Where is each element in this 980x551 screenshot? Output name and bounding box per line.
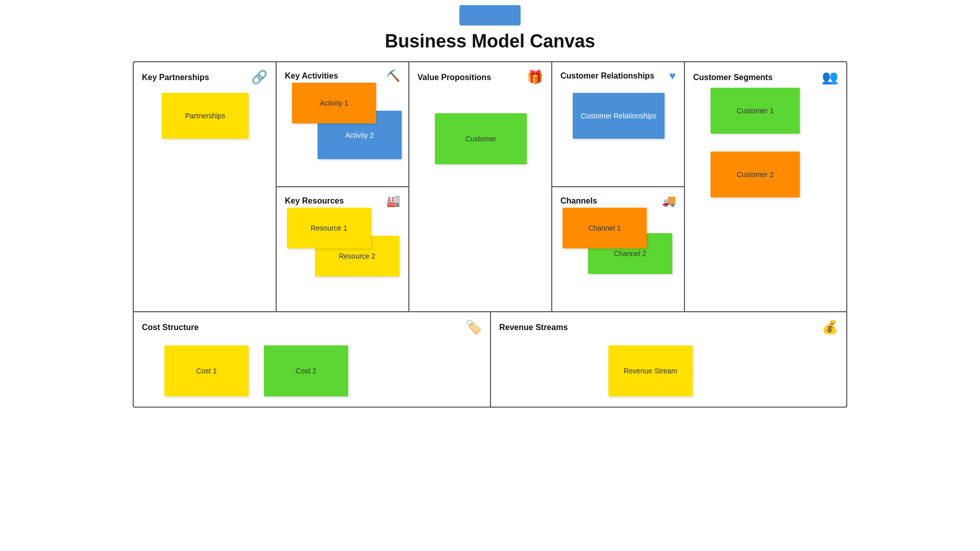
sticky-resource1[interactable]: Resource 1 xyxy=(287,208,371,248)
sticky-cost2[interactable]: Cost 2 xyxy=(264,345,348,396)
sticky-customer-vp-label: Customer xyxy=(465,135,497,143)
revenue-icon: 💰 xyxy=(822,319,838,335)
sticky-revenue-label: Revenue Stream xyxy=(624,367,677,375)
sticky-cr-label: Customer Relationships xyxy=(581,112,657,120)
sticky-customer-vp[interactable]: Customer xyxy=(435,113,527,164)
cell-value-header: Value Propositions 🎁 xyxy=(418,69,543,85)
cell-activities-header: Key Activities ⛏️ xyxy=(285,69,400,83)
channels-icon: 🚚 xyxy=(662,194,676,208)
cell-channels: Channels 🚚 Channel 1 Channel 2 xyxy=(552,187,684,311)
cell-resources-title: Key Resources xyxy=(285,196,344,206)
cell-cost-title: Cost Structure xyxy=(142,323,199,332)
sticky-activity1-label: Activity 1 xyxy=(320,99,348,107)
cell-cost-header: Cost Structure 🏷️ xyxy=(142,319,482,335)
activities-icon: ⛏️ xyxy=(386,69,400,83)
cr-icon: ♥ xyxy=(669,69,676,83)
partnerships-icon: 🔗 xyxy=(251,69,267,85)
cell-revenue-header: Revenue Streams 💰 xyxy=(499,319,838,335)
sticky-activity1[interactable]: Activity 1 xyxy=(292,83,376,123)
cell-partnerships-header: Key Partnerships 🔗 xyxy=(142,69,267,85)
cost-icon: 🏷️ xyxy=(465,319,482,335)
logo-bar xyxy=(459,5,521,26)
resources-icon: 🏭 xyxy=(386,194,400,208)
sticky-partnerships-label: Partnerships xyxy=(185,112,226,120)
cell-cr-title: Customer Relationships xyxy=(560,71,654,81)
sticky-customer2-label: Customer 2 xyxy=(737,170,773,179)
cell-partnerships-title: Key Partnerships xyxy=(142,73,209,82)
sticky-cr[interactable]: Customer Relationships xyxy=(573,93,665,139)
cell-segments: Customer Segments 👥 Customer 1 Customer … xyxy=(685,62,846,311)
sticky-channel2-label: Channel 2 xyxy=(614,249,647,258)
cell-value: Value Propositions 🎁 Customer xyxy=(409,62,552,311)
cell-revenue-title: Revenue Streams xyxy=(499,323,568,332)
cell-cr-header: Customer Relationships ♥ xyxy=(560,69,676,83)
cell-activities-title: Key Activities xyxy=(285,71,338,81)
sticky-resource2-label: Resource 2 xyxy=(339,252,376,260)
cell-segments-header: Customer Segments 👥 xyxy=(693,69,838,85)
sticky-customer1[interactable]: Customer 1 xyxy=(710,88,800,134)
cell-value-title: Value Propositions xyxy=(418,73,491,82)
cell-resources-header: Key Resources 🏭 xyxy=(285,194,400,208)
sticky-cost1[interactable]: Cost 1 xyxy=(164,345,249,396)
sticky-customer1-label: Customer 1 xyxy=(737,107,773,115)
sticky-channel1-label: Channel 1 xyxy=(589,224,621,232)
cell-channels-title: Channels xyxy=(560,196,597,206)
sticky-resource1-label: Resource 1 xyxy=(311,224,348,232)
sticky-activity2-label: Activity 2 xyxy=(345,131,374,139)
sticky-cost1-label: Cost 1 xyxy=(196,367,216,375)
value-icon: 🎁 xyxy=(527,69,543,85)
cell-channels-header: Channels 🚚 xyxy=(560,194,676,208)
segments-icon: 👥 xyxy=(822,69,838,85)
cell-cr-channels: Customer Relationships ♥ Customer Relati… xyxy=(552,62,685,311)
sticky-partnerships[interactable]: Partnerships xyxy=(162,93,249,139)
sticky-cost2-label: Cost 2 xyxy=(296,367,316,375)
cell-partnerships: Key Partnerships 🔗 Partnerships xyxy=(134,62,277,311)
cell-resources: Key Resources 🏭 Resource 1 Resource 2 xyxy=(277,187,408,311)
cell-activities-resources: Key Activities ⛏️ Activity 1 Activity 2 … xyxy=(277,62,409,311)
sticky-customer2[interactable]: Customer 2 xyxy=(710,152,800,197)
bottom-grid: Cost Structure 🏷️ Cost 1 Cost 2 Revenue … xyxy=(134,312,846,407)
cell-revenue: Revenue Streams 💰 Revenue Stream xyxy=(491,312,846,407)
cell-cr: Customer Relationships ♥ Customer Relati… xyxy=(552,62,684,187)
sticky-channel1[interactable]: Channel 1 xyxy=(562,208,647,248)
top-grid: Key Partnerships 🔗 Partnerships Key Acti… xyxy=(134,62,846,312)
sticky-revenue[interactable]: Revenue Stream xyxy=(608,345,693,396)
cell-cost: Cost Structure 🏷️ Cost 1 Cost 2 xyxy=(134,312,491,407)
business-model-canvas: Key Partnerships 🔗 Partnerships Key Acti… xyxy=(133,61,847,408)
cell-activities: Key Activities ⛏️ Activity 1 Activity 2 xyxy=(277,62,408,187)
cell-segments-title: Customer Segments xyxy=(693,73,773,82)
page-title: Business Model Canvas xyxy=(385,31,595,52)
